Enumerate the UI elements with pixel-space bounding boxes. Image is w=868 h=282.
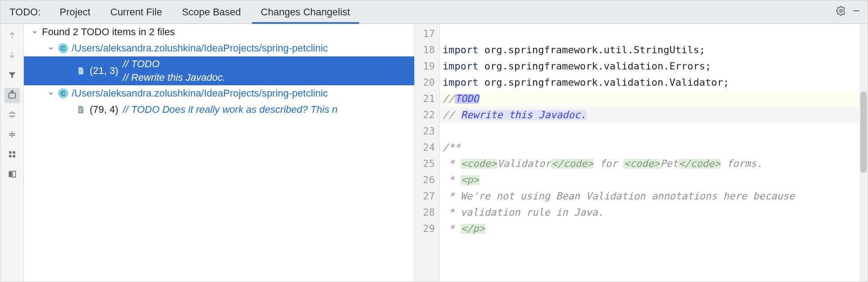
todo-location: (21, 3): [90, 65, 119, 77]
arrow-down-icon: [8, 51, 17, 61]
tab-current-file[interactable]: Current File: [101, 0, 172, 23]
tree-summary-text: Found 2 TODO items in 2 files: [42, 26, 175, 38]
code-line[interactable]: [440, 26, 868, 42]
tab-label: Changes Changelist: [261, 6, 350, 18]
line-number: 20: [415, 74, 435, 91]
tree-file-row[interactable]: C /Users/aleksandra.zolushkina/IdeaProje…: [24, 40, 414, 56]
preview-icon: [8, 170, 17, 180]
line-number: 29: [415, 221, 435, 237]
code-line[interactable]: import org.springframework.validation.Er…: [440, 58, 868, 74]
expand-all-button[interactable]: [5, 108, 20, 123]
code-segment: <code>: [623, 159, 660, 169]
code-segment: for: [594, 159, 623, 169]
line-number: 24: [415, 139, 435, 156]
collapse-all-icon: [8, 130, 17, 141]
code-segment: import: [443, 45, 484, 55]
todo-location: (79, 4): [90, 104, 119, 116]
todo-text-line: // TODO Does it really work as described…: [123, 104, 338, 116]
autoscroll-icon: [7, 90, 17, 102]
line-number: 19: [415, 58, 435, 74]
todo-text-line: // TODO: [123, 57, 225, 71]
line-number: 17: [415, 26, 435, 42]
line-number: 28: [415, 204, 435, 221]
code-line[interactable]: // Rewrite this Javadoc.: [440, 107, 868, 123]
expand-all-icon: [8, 110, 17, 121]
code-segment: *: [443, 175, 461, 185]
vertical-scrollbar[interactable]: [859, 24, 868, 282]
svg-rect-3: [9, 151, 11, 153]
code-line[interactable]: * <code>Validator</code> for <code>Pet</…: [440, 156, 868, 172]
code-segment: import: [443, 78, 484, 88]
tab-label: Current File: [110, 6, 162, 18]
file-icon: [76, 66, 85, 75]
code-segment: Validator: [497, 159, 551, 169]
code-line[interactable]: * </p>: [440, 221, 868, 237]
tab-label: Project: [59, 6, 90, 18]
side-toolbar: [0, 24, 24, 282]
hide-button[interactable]: [849, 5, 864, 20]
filter-button[interactable]: [5, 68, 20, 83]
next-todo-button[interactable]: [5, 48, 20, 64]
chevron-down-icon: [30, 28, 39, 37]
code-segment: <code>: [461, 159, 497, 169]
code-line[interactable]: //TODO: [440, 91, 868, 107]
scrollbar-thumb[interactable]: [860, 92, 867, 173]
autoscroll-button[interactable]: [5, 88, 20, 103]
preview-toggle-button[interactable]: [5, 167, 20, 183]
code-segment: org.springframework.util.StringUtils;: [484, 45, 705, 55]
code-segment: //: [443, 110, 461, 120]
code-segment: </p>: [461, 224, 485, 234]
code-line[interactable]: import org.springframework.validation.Va…: [440, 74, 868, 91]
code-line[interactable]: * We're not using Bean Validation annota…: [440, 188, 868, 204]
line-number: 18: [415, 42, 435, 58]
line-number: 23: [415, 123, 435, 139]
code-segment: <p>: [461, 175, 480, 185]
filter-icon: [8, 70, 17, 81]
code-line[interactable]: /**: [440, 139, 868, 156]
svg-point-0: [840, 9, 842, 12]
code-segment: </code>: [551, 159, 594, 169]
svg-rect-6: [13, 155, 15, 157]
tab-changes-changelist[interactable]: Changes Changelist: [251, 0, 360, 23]
class-icon: C: [58, 43, 68, 53]
code-segment: </code>: [678, 159, 721, 169]
code-segment: forms.: [721, 159, 763, 169]
prev-todo-button[interactable]: [5, 28, 20, 44]
settings-button[interactable]: [833, 5, 849, 20]
code-line[interactable]: * <p>: [440, 172, 868, 188]
tree-file-row[interactable]: C /Users/aleksandra.zolushkina/IdeaProje…: [24, 85, 414, 102]
panel-title: TODO:: [0, 6, 50, 18]
line-number: 25: [415, 156, 435, 172]
collapse-all-button[interactable]: [5, 128, 20, 143]
editor-lines[interactable]: import org.springframework.util.StringUt…: [440, 24, 868, 282]
todo-tree: Found 2 TODO items in 2 files C /Users/a…: [24, 24, 415, 282]
code-segment: /**: [443, 143, 461, 153]
code-segment: Pet: [660, 159, 678, 169]
code-segment: //: [443, 94, 455, 104]
tree-summary-row[interactable]: Found 2 TODO items in 2 files: [24, 24, 414, 40]
chevron-down-icon: [46, 89, 55, 98]
line-number: 26: [415, 172, 435, 188]
group-by-icon: [8, 150, 16, 160]
code-line[interactable]: [440, 123, 868, 139]
group-by-button[interactable]: [5, 148, 20, 163]
code-line[interactable]: * validation rule in Java.: [440, 204, 868, 221]
todo-tabbar: TODO: Project Current File Scope Based C…: [0, 0, 868, 24]
editor-gutter: 17181920212223242526272829: [415, 24, 440, 282]
file-icon: [76, 105, 85, 114]
chevron-down-icon: [46, 44, 55, 53]
tab-scope-based[interactable]: Scope Based: [172, 0, 251, 23]
code-line[interactable]: import org.springframework.util.StringUt…: [440, 42, 868, 58]
code-segment: Rewrite this Javadoc.: [461, 110, 587, 120]
tab-project[interactable]: Project: [50, 0, 100, 23]
tree-todo-item[interactable]: (21, 3) // TODO // Rewrite this Javadoc.: [24, 56, 414, 85]
svg-rect-2: [9, 93, 15, 98]
svg-rect-8: [12, 171, 15, 177]
tree-todo-item[interactable]: (79, 4) // TODO Does it really work as d…: [24, 102, 414, 118]
code-segment: *: [443, 159, 461, 169]
code-segment: * validation rule in Java.: [443, 208, 604, 217]
svg-rect-7: [9, 171, 12, 177]
arrow-up-icon: [8, 31, 17, 42]
svg-rect-5: [9, 155, 11, 157]
code-segment: org.springframework.validation.Validator…: [484, 78, 729, 88]
